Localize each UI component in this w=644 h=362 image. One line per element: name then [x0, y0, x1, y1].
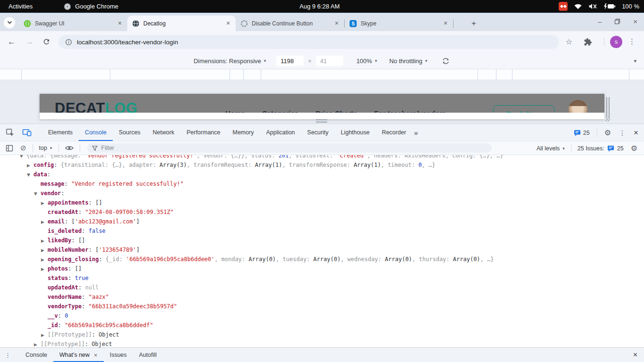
disclosure-arrow-icon[interactable]: ▶ [41, 255, 48, 264]
devtools-tab-console[interactable]: Console [79, 124, 113, 141]
dimensions-times-label: × [308, 58, 312, 65]
tab-close-icon[interactable]: × [116, 20, 124, 27]
drawer-tab-console[interactable]: Console [19, 348, 53, 362]
drawer-tab-what-s-new[interactable]: What's new× [53, 348, 104, 362]
devtools-menu-icon[interactable]: ⋮ [619, 129, 626, 137]
viewport-resize-handle-corner[interactable] [604, 116, 611, 122]
disclosure-arrow-icon[interactable]: ▶ [41, 246, 48, 255]
disclosure-arrow-icon[interactable]: ▶ [41, 330, 48, 340]
system-tray[interactable]: 100 % [559, 2, 639, 11]
dimensions-label: Dimensions: Responsive [194, 58, 261, 65]
nav-link[interactable]: For teachers/vendors [374, 109, 446, 113]
browser-tab[interactable]: Disable Continue Button× [236, 16, 344, 31]
devtools-tab-recorder[interactable]: Recorder [376, 124, 412, 141]
bookmark-star-icon[interactable]: ☆ [566, 37, 572, 46]
site-logo[interactable]: DECATLOG [55, 100, 138, 113]
window-minimize-button[interactable]: – [598, 18, 602, 25]
console-settings-icon[interactable]: ⚙ [631, 145, 637, 152]
disclosure-arrow-icon[interactable]: ▼ [34, 189, 41, 198]
book-now-button[interactable]: Book Now [493, 105, 554, 113]
ruler-mark [478, 69, 478, 80]
page-nav: HomeCategoriesPrice ChartsFor teachers/v… [225, 109, 446, 113]
disclosure-arrow-icon[interactable]: ▶ [41, 236, 48, 246]
tab-search-button[interactable] [4, 17, 15, 28]
inspect-element-icon[interactable] [6, 128, 15, 137]
console-line: ▶[[Prototype]]: Object [0, 330, 644, 339]
console-output[interactable]: ▼{data: {message: 'Vendor registered suc… [0, 155, 644, 347]
activities-button[interactable]: Activities [8, 3, 33, 10]
devtools-tab-performance[interactable]: Performance [181, 124, 227, 141]
devtools-tab-application[interactable]: Application [260, 124, 301, 141]
browser-tab[interactable]: SSkype× [345, 16, 453, 31]
clear-console-icon[interactable]: ⊘ [20, 144, 26, 152]
devtools-tab-lighthouse[interactable]: Lighthouse [335, 124, 376, 141]
console-line: ▶config: {transitional: {…}, adapter: Ar… [0, 160, 644, 170]
device-toolbar-options-icon[interactable]: ▾ [634, 53, 636, 69]
console-token: : [82, 228, 88, 234]
console-token: "aazx" [89, 294, 109, 300]
viewport-height-input[interactable] [316, 56, 343, 66]
disclosure-arrow-icon[interactable]: ▶ [41, 198, 48, 208]
console-token: "Vendor registered successfully!" [71, 181, 183, 187]
throttling-select[interactable]: No throttling ▾ [389, 58, 428, 65]
disclosure-arrow-icon[interactable]: ▼ [20, 155, 26, 161]
filter-funnel-icon [92, 146, 98, 151]
drawer-tab-autofill[interactable]: Autofill [133, 348, 163, 362]
more-tabs-button[interactable]: » [414, 129, 418, 137]
console-sidebar-icon[interactable] [6, 145, 13, 152]
user-photo-avatar[interactable] [569, 100, 587, 113]
live-expression-eye-icon[interactable] [65, 145, 74, 151]
disclosure-arrow-icon[interactable]: ▶ [27, 161, 33, 170]
devtools-settings-icon[interactable]: ⚙ [604, 129, 611, 137]
back-button[interactable]: ← [8, 37, 16, 47]
browser-tab[interactable]: Decatlog× [127, 16, 236, 31]
drawer-tab-close-icon[interactable]: × [94, 352, 98, 359]
console-messages-badge[interactable]: 25 [574, 130, 590, 136]
nav-link[interactable]: Home [225, 109, 245, 113]
disclosure-arrow-icon[interactable]: ▶ [34, 340, 41, 347]
forward-button[interactable]: → [25, 37, 33, 47]
focused-app-indicator[interactable]: Google Chrome [64, 3, 118, 10]
devtools-tab-security[interactable]: Security [301, 124, 335, 141]
tab-close-icon[interactable]: × [333, 20, 340, 27]
window-close-button[interactable]: × [633, 18, 637, 25]
profile-avatar[interactable]: s [610, 36, 622, 48]
browser-tab[interactable]: {}Swagger UI× [19, 16, 127, 31]
nav-link[interactable]: Price Charts [315, 109, 357, 113]
devtools-tab-network[interactable]: Network [147, 124, 181, 141]
tab-close-icon[interactable]: × [442, 20, 449, 27]
reload-button[interactable] [42, 38, 50, 46]
disclosure-arrow-icon[interactable]: ▼ [27, 170, 33, 180]
drawer-tab-issues[interactable]: Issues [104, 348, 133, 362]
tab-close-icon[interactable]: × [224, 20, 232, 27]
devtools-tab-sources[interactable]: Sources [113, 124, 147, 141]
rotate-viewport-icon[interactable] [441, 57, 450, 66]
javascript-context-select[interactable]: top ▾ [39, 145, 52, 151]
disclosure-arrow-icon[interactable]: ▶ [41, 264, 48, 274]
extensions-icon[interactable] [584, 38, 592, 46]
viewport-width-input[interactable] [276, 56, 304, 66]
log-levels-select[interactable]: All levels ▾ [537, 145, 565, 152]
clock[interactable]: Aug 9 6:28 AM [299, 3, 339, 10]
drawer-close-icon[interactable]: × [633, 351, 637, 359]
drawer-menu-icon[interactable]: ⋮ [5, 352, 11, 359]
disclosure-arrow-icon[interactable]: ▶ [41, 217, 48, 227]
site-info-icon[interactable] [65, 39, 72, 46]
devtools-right-controls: 25 ⚙ ⋮ × [574, 124, 638, 142]
devtools-close-icon[interactable]: × [634, 128, 638, 138]
device-toolbar-toggle-icon[interactable] [22, 128, 32, 137]
chrome-menu-icon[interactable]: ⋮ [628, 37, 636, 46]
issues-badge[interactable]: 25 Issues: 25 [578, 145, 624, 152]
levels-label: All levels [537, 145, 560, 152]
device-type-select[interactable]: Dimensions: Responsive ▾ [194, 58, 266, 65]
console-filter-input[interactable]: Filter [87, 143, 492, 153]
new-tab-button[interactable]: + [471, 19, 476, 27]
nav-link[interactable]: Categories [262, 109, 299, 113]
viewport-resize-handle-right[interactable] [606, 97, 610, 118]
zoom-select[interactable]: 100% ▾ [356, 58, 377, 65]
address-bar[interactable]: localhost:3000/teacher-vendor-login [58, 35, 559, 49]
devtools-tab-elements[interactable]: Elements [42, 124, 79, 141]
window-restore-button[interactable] [614, 18, 620, 25]
console-token: : [68, 275, 74, 281]
devtools-tab-memory[interactable]: Memory [226, 124, 260, 141]
